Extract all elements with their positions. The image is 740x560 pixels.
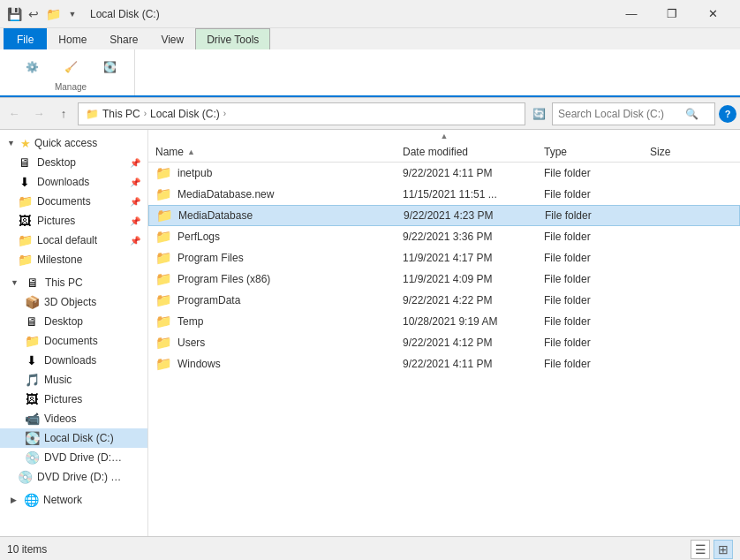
- sidebar-item-milestone[interactable]: 📁 Milestone: [0, 250, 147, 269]
- sidebar-item-dvd-drive-1[interactable]: 💿 DVD Drive (D:) SSS_...: [0, 448, 147, 467]
- sidebar-label: 3D Objects: [44, 296, 96, 308]
- sidebar-item-pictures-qa[interactable]: 🖼 Pictures 📌: [0, 211, 147, 231]
- music-icon: 🎵: [25, 373, 39, 387]
- address-bar: ← → ↑ 📁 This PC › Local Disk (C:) › 🔄 🔍 …: [0, 98, 740, 130]
- table-row[interactable]: 📁 Program Files 11/9/2021 4:17 PM File f…: [148, 247, 740, 269]
- table-row[interactable]: 📁 inetpub 9/22/2021 4:11 PM File folder: [148, 163, 740, 184]
- desktop-qa-icon: 🖥: [18, 155, 32, 170]
- help-button[interactable]: ?: [719, 105, 736, 123]
- breadcrumb-local-disk[interactable]: Local Disk (C:): [150, 108, 220, 120]
- search-box[interactable]: 🔍: [552, 102, 715, 125]
- maximize-button[interactable]: ❐: [652, 0, 692, 28]
- file-cell-name: 📁 Users: [155, 335, 403, 351]
- quick-access-toggle: ▼: [7, 139, 15, 148]
- back-button[interactable]: ←: [4, 103, 25, 125]
- sidebar-item-desktop-pc[interactable]: 🖥 Desktop: [0, 312, 147, 331]
- file-cell-name: 📁 ProgramData: [155, 292, 403, 308]
- main-area: ▼ ★ Quick access 🖥 Desktop 📌 ⬇ Downloads…: [0, 130, 740, 536]
- sidebar-quick-access-header[interactable]: ▼ ★ Quick access: [0, 133, 147, 153]
- sidebar-item-dvd-drive-2[interactable]: 💿 DVD Drive (D:) SSS_Xd: [0, 467, 147, 487]
- pin-icon: 📌: [130, 236, 140, 246]
- file-cell-type: File folder: [544, 188, 650, 201]
- milestone-icon: 📁: [18, 253, 32, 267]
- save-icon[interactable]: 💾: [7, 7, 21, 21]
- sidebar-item-pictures-pc[interactable]: 🖼 Pictures: [0, 390, 147, 409]
- ribbon-btn-3[interactable]: 💽: [92, 54, 127, 80]
- sidebar-label: Local Disk (C:): [44, 432, 114, 444]
- table-row[interactable]: 📁 MediaDatabase 9/22/2021 4:23 PM File f…: [148, 205, 740, 226]
- table-row[interactable]: 📁 ProgramData 9/22/2021 4:22 PM File fol…: [148, 290, 740, 311]
- folder-icon: 📁: [156, 208, 173, 223]
- file-cell-name: 📁 MediaDatabase: [156, 208, 404, 223]
- table-row[interactable]: 📁 Program Files (x86) 11/9/2021 4:09 PM …: [148, 269, 740, 290]
- file-cell-type: File folder: [544, 315, 650, 328]
- file-cell-type: File folder: [544, 337, 650, 349]
- file-cell-date: 9/22/2021 4:11 PM: [403, 358, 544, 370]
- large-icons-view-button[interactable]: ⊞: [714, 540, 733, 559]
- pin-icon: 📌: [130, 197, 140, 207]
- details-view-button[interactable]: ☰: [691, 540, 710, 559]
- address-box[interactable]: 📁 This PC › Local Disk (C:) ›: [78, 102, 525, 125]
- sidebar-item-documents-qa[interactable]: 📁 Documents 📌: [0, 192, 147, 211]
- up-button[interactable]: ↑: [53, 103, 74, 125]
- ribbon-btn-2[interactable]: 🧹: [53, 54, 88, 80]
- search-input[interactable]: [558, 108, 682, 120]
- col-header-date[interactable]: Date modified: [403, 146, 544, 158]
- col-header-name[interactable]: Name ▲: [155, 146, 403, 158]
- file-cell-type: File folder: [544, 358, 650, 370]
- breadcrumb-sep-2: ›: [223, 109, 226, 118]
- pin-icon: 📌: [130, 216, 140, 226]
- network-icon: 🌐: [24, 493, 38, 507]
- table-row[interactable]: 📁 PerfLogs 9/22/2021 3:36 PM File folder: [148, 226, 740, 247]
- folder-icon: 📁: [155, 229, 172, 245]
- sidebar-item-documents-pc[interactable]: 📁 Documents: [0, 331, 147, 351]
- file-cell-type: File folder: [544, 273, 650, 285]
- quick-access-star-icon: ★: [20, 137, 31, 150]
- forward-button[interactable]: →: [28, 103, 49, 125]
- sidebar-item-desktop-qa[interactable]: 🖥 Desktop 📌: [0, 153, 147, 172]
- sidebar-item-local-default[interactable]: 📁 Local default 📌: [0, 231, 147, 250]
- breadcrumb-this-pc[interactable]: This PC: [102, 108, 140, 120]
- title-bar-left: 💾 ↩ 📁 ▼ Local Disk (C:): [7, 7, 160, 21]
- tab-home[interactable]: Home: [47, 28, 98, 49]
- folder-icon: 📁: [155, 165, 172, 181]
- file-rows-container: 📁 inetpub 9/22/2021 4:11 PM File folder …: [148, 163, 740, 375]
- close-button[interactable]: ✕: [692, 0, 733, 28]
- sidebar-item-3d-objects[interactable]: 📦 3D Objects: [0, 292, 147, 312]
- sidebar-item-downloads-qa[interactable]: ⬇ Downloads 📌: [0, 172, 147, 192]
- file-cell-name: 📁 Temp: [155, 314, 403, 329]
- tab-file[interactable]: File: [4, 28, 47, 49]
- tb-dropdown-icon[interactable]: ▼: [65, 7, 79, 21]
- sidebar-item-videos[interactable]: 📹 Videos: [0, 409, 147, 428]
- col-header-type[interactable]: Type: [544, 146, 650, 158]
- file-cell-date: 11/15/2021 11:51 ...: [403, 188, 544, 201]
- table-row[interactable]: 📁 Temp 10/28/2021 9:19 AM File folder: [148, 311, 740, 332]
- undo-icon[interactable]: ↩: [26, 7, 41, 21]
- sidebar-label: Music: [44, 374, 72, 386]
- ribbon-tabs: File Home Share View Drive Tools: [0, 28, 740, 49]
- search-icon: 🔍: [685, 108, 698, 120]
- tab-share[interactable]: Share: [98, 28, 149, 49]
- ribbon-btn-1[interactable]: ⚙️: [14, 54, 49, 80]
- window-title: Local Disk (C:): [90, 8, 160, 20]
- minimize-button[interactable]: —: [611, 0, 652, 28]
- table-row[interactable]: 📁 MediaDatabase.new 11/15/2021 11:51 ...…: [148, 184, 740, 205]
- table-row[interactable]: 📁 Windows 9/22/2021 4:11 PM File folder: [148, 353, 740, 375]
- folder-icon: 📁: [155, 335, 172, 351]
- sidebar-item-downloads-pc[interactable]: ⬇ Downloads: [0, 351, 147, 370]
- tab-manage[interactable]: Drive Tools: [195, 28, 270, 49]
- tab-view[interactable]: View: [149, 28, 195, 49]
- folder-icon-tb[interactable]: 📁: [46, 7, 60, 21]
- sidebar-this-pc-header[interactable]: ▼ 🖥 This PC: [0, 273, 147, 292]
- sidebar-item-network[interactable]: ▶ 🌐 Network: [0, 490, 147, 510]
- documents-pc-icon: 📁: [25, 334, 39, 348]
- pin-icon: 📌: [130, 178, 140, 187]
- sidebar-item-local-disk[interactable]: 💽 Local Disk (C:): [0, 428, 147, 448]
- table-row[interactable]: 📁 Users 9/22/2021 4:12 PM File folder: [148, 332, 740, 353]
- ribbon: File Home Share View Drive Tools ⚙️ 🧹 💽 …: [0, 28, 740, 98]
- sidebar-item-music[interactable]: 🎵 Music: [0, 370, 147, 390]
- folder-icon: 📁: [155, 186, 172, 202]
- refresh-button[interactable]: 🔄: [529, 104, 548, 124]
- col-header-size[interactable]: Size: [650, 146, 721, 158]
- pictures-qa-icon: 🖼: [18, 214, 32, 228]
